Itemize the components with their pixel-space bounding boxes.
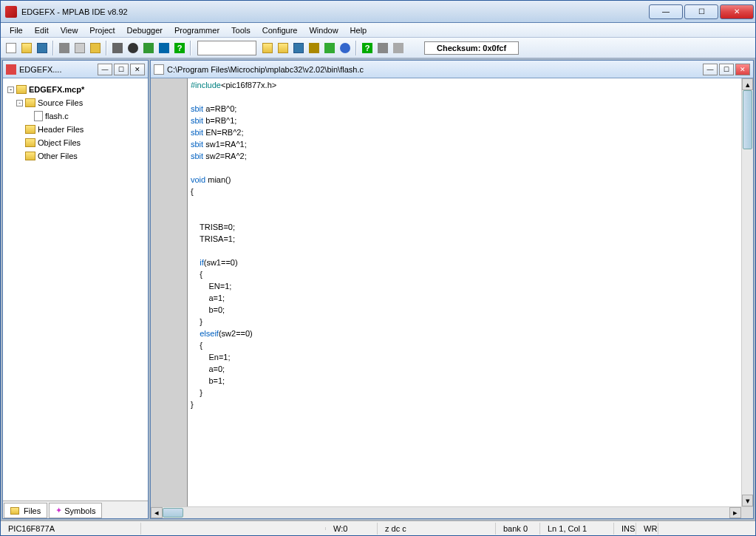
status-w: W:0	[326, 523, 378, 535]
menu-tools[interactable]: Tools	[225, 24, 256, 36]
config-combo[interactable]	[197, 41, 256, 55]
tool-q-icon[interactable]: ?	[360, 41, 375, 55]
status-z: z dc c	[378, 523, 496, 535]
status-device: PIC16F877A	[1, 523, 141, 535]
menu-debugger[interactable]: Debugger	[121, 24, 168, 36]
copy-icon[interactable]	[72, 41, 87, 55]
wrench-icon[interactable]	[157, 41, 171, 55]
status-pos: Ln 1, Col 1	[540, 523, 614, 535]
titlebar: EDGEFX - MPLAB IDE v8.92 — ☐ ✕	[1, 1, 755, 23]
panel-minimize-button[interactable]: —	[98, 64, 112, 75]
cut-icon[interactable]	[57, 41, 72, 55]
debug-icon[interactable]	[141, 41, 156, 55]
minimize-button[interactable]: —	[649, 4, 683, 19]
tool-g1-icon[interactable]	[260, 41, 275, 55]
horizontal-scrollbar[interactable]: ◂ ▸	[151, 506, 753, 518]
save-icon[interactable]	[35, 41, 50, 55]
print-icon[interactable]	[110, 41, 125, 55]
menu-project[interactable]: Project	[84, 24, 120, 36]
tree-file-flash[interactable]: flash.c	[7, 109, 143, 123]
editor-file-icon	[154, 64, 164, 75]
status-bank: bank 0	[496, 523, 540, 535]
tree-header-files[interactable]: Header Files	[7, 123, 143, 136]
editor-close-button[interactable]: ✕	[735, 64, 750, 75]
menu-file[interactable]: File	[4, 24, 29, 36]
vertical-scrollbar[interactable]: ▴ ▾	[741, 78, 753, 506]
menu-help[interactable]: Help	[344, 24, 373, 36]
editor-gutter	[151, 78, 188, 506]
window-title: EDGEFX - MPLAB IDE v8.92	[21, 7, 649, 16]
paste-icon[interactable]	[88, 41, 103, 55]
tab-files[interactable]: Files	[4, 503, 47, 518]
find-icon[interactable]	[126, 41, 140, 55]
editor-panel: C:\Program Files\Microchip\mplabc32\v2.0…	[150, 60, 754, 519]
tab-symbols[interactable]: ✦Symbols	[49, 503, 102, 518]
tool-g3-icon[interactable]	[291, 41, 306, 55]
tree-source-files[interactable]: -Source Files	[7, 96, 143, 109]
tool-g5-icon[interactable]	[322, 41, 337, 55]
project-tree[interactable]: -EDGEFX.mcp* -Source Files flash.c Heade…	[3, 78, 148, 501]
tree-object-files[interactable]: Object Files	[7, 136, 143, 149]
menu-programmer[interactable]: Programmer	[168, 24, 225, 36]
tree-root[interactable]: -EDGEFX.mcp*	[7, 83, 143, 96]
open-icon[interactable]	[19, 41, 34, 55]
tool-x1-icon[interactable]	[375, 41, 390, 55]
project-panel-icon	[6, 64, 16, 75]
checksum-display: Checksum: 0x0fcf	[424, 41, 519, 55]
editor-title-text: C:\Program Files\Microchip\mplabc32\v2.0…	[167, 65, 703, 74]
close-button[interactable]: ✕	[720, 4, 754, 19]
code-area[interactable]: #include<pic16f877x.h> sbit a=RB^0; sbit…	[188, 78, 741, 506]
tool-g4-icon[interactable]	[307, 41, 321, 55]
menu-configure[interactable]: Configure	[256, 24, 304, 36]
tool-g2-icon[interactable]	[276, 41, 290, 55]
editor-restore-button[interactable]: ☐	[719, 64, 734, 75]
menu-view[interactable]: View	[55, 24, 84, 36]
editor-title: C:\Program Files\Microchip\mplabc32\v2.0…	[151, 61, 753, 78]
panel-close-button[interactable]: ✕	[130, 64, 145, 75]
app-icon	[5, 6, 17, 18]
toolbar: ? ? Checksum: 0x0fcf	[1, 38, 755, 58]
maximize-button[interactable]: ☐	[684, 4, 718, 19]
tool-x2-icon[interactable]	[391, 41, 406, 55]
status-ins: INS	[614, 523, 636, 535]
project-panel: EDGEFX.... — ☐ ✕ -EDGEFX.mcp* -Source Fi…	[2, 60, 149, 519]
status-wr: WR	[636, 523, 658, 535]
project-panel-title: EDGEFX.... — ☐ ✕	[3, 61, 148, 78]
menu-edit[interactable]: Edit	[29, 24, 55, 36]
menubar: File Edit View Project Debugger Programm…	[1, 23, 755, 38]
tool-info-icon[interactable]	[338, 41, 353, 55]
editor-minimize-button[interactable]: —	[703, 64, 718, 75]
menu-window[interactable]: Window	[303, 24, 344, 36]
statusbar: PIC16F877A W:0 z dc c bank 0 Ln 1, Col 1…	[1, 520, 755, 535]
help-icon[interactable]: ?	[172, 41, 187, 55]
panel-restore-button[interactable]: ☐	[114, 64, 129, 75]
project-panel-title-text: EDGEFX....	[19, 65, 98, 74]
tree-other-files[interactable]: Other Files	[7, 149, 143, 163]
new-icon[interactable]	[4, 41, 18, 55]
